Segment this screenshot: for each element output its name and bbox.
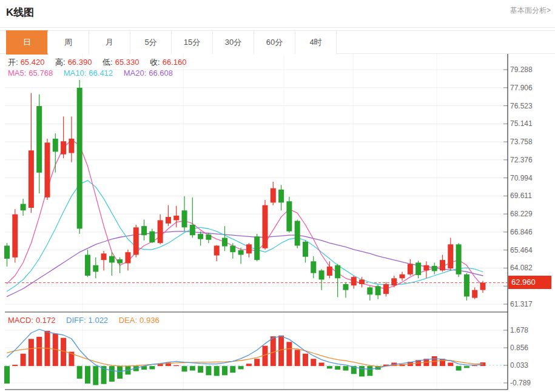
macd-bar	[230, 366, 235, 373]
candle	[303, 242, 308, 257]
dea-label: DEA:	[119, 316, 137, 325]
macd-bar	[238, 366, 244, 369]
macd-legend: MACD:0.172 DIFF:1.022 DEA:0.936	[8, 316, 162, 325]
interval-tab-5[interactable]: 30分	[212, 31, 254, 54]
ma-legend: MA5:65.768 MA10:66.412 MA20:66.608	[8, 68, 175, 78]
macd-bar	[117, 366, 123, 379]
ma5-value: 65.768	[29, 68, 53, 78]
macd-bar	[295, 350, 300, 366]
candle	[295, 221, 300, 246]
interval-tab-0[interactable]: 日	[6, 30, 48, 55]
candle	[375, 286, 381, 295]
macd-bar	[12, 365, 18, 366]
ma10-value: 66.412	[89, 68, 113, 78]
macd-bar	[335, 366, 340, 370]
macd-value: 0.172	[36, 316, 56, 325]
candle	[158, 220, 163, 243]
dea-value: 0.936	[140, 316, 160, 325]
candle	[230, 245, 235, 252]
candle	[464, 274, 469, 297]
candle	[327, 267, 332, 276]
dea-line	[7, 348, 483, 367]
macd-bar	[21, 354, 26, 366]
candle	[335, 265, 340, 279]
candle	[93, 265, 98, 272]
candle	[448, 244, 453, 268]
ohlc-legend: 开:65.420 高:66.390 低:65.330 收:66.160	[8, 57, 189, 68]
candle	[29, 150, 34, 208]
low-label: 低:	[103, 58, 113, 67]
macd-bar	[327, 366, 332, 368]
candle	[359, 279, 365, 284]
candle	[77, 88, 82, 229]
macd-bar	[472, 365, 477, 366]
macd-bar	[367, 366, 372, 376]
interval-tab-2[interactable]: 月	[89, 31, 130, 54]
diff-value: 1.022	[89, 316, 109, 325]
price-tick-label: 79.288	[510, 65, 533, 74]
price-tick-label: 65.464	[510, 246, 533, 254]
widget-header: K线图 基本面分析>	[0, 0, 555, 28]
price-tick-label: 72.376	[510, 156, 533, 164]
candle	[423, 265, 429, 271]
page-title: K线图	[6, 5, 34, 19]
macd-tick-label: -0.789	[510, 379, 531, 387]
price-tick-label: 70.994	[510, 174, 533, 182]
fundamental-analysis-link[interactable]: 基本面分析>	[510, 5, 551, 16]
candle	[440, 260, 445, 270]
candle	[182, 210, 187, 227]
candle	[44, 142, 50, 197]
ma20-value: 66.608	[149, 68, 173, 78]
macd-label: MACD:	[8, 316, 33, 325]
macd-bar	[303, 354, 308, 366]
interval-tabbar: 日周月5分15分30分60分4时	[0, 30, 555, 54]
candle	[391, 278, 397, 285]
macd-bar	[246, 364, 252, 366]
macd-bar	[173, 365, 179, 366]
diff-label: DIFF:	[66, 316, 86, 325]
macd-bar	[149, 366, 155, 369]
macd-bar	[311, 359, 316, 366]
close-value: 66.160	[163, 58, 187, 67]
high-value: 66.390	[68, 58, 92, 67]
price-tick-label: 64.082	[510, 264, 533, 272]
price-tick-label: 77.906	[510, 84, 533, 92]
price-tick-label: 76.523	[510, 102, 533, 110]
macd-bar	[4, 366, 10, 384]
macd-bar	[254, 359, 260, 366]
macd-bar	[214, 366, 220, 376]
price-tick-label: 73.758	[510, 138, 533, 146]
candle	[36, 106, 42, 173]
candle	[4, 245, 10, 259]
candle	[480, 283, 486, 290]
candle	[85, 255, 90, 276]
candle	[319, 270, 325, 279]
candle	[222, 238, 227, 247]
interval-tab-1[interactable]: 周	[47, 31, 89, 54]
macd-bar	[190, 366, 195, 370]
candle	[246, 244, 252, 253]
candle	[415, 262, 421, 274]
macd-bar	[85, 366, 90, 384]
macd-bar	[222, 366, 227, 375]
candle	[400, 274, 405, 278]
low-value: 65.330	[115, 58, 140, 67]
close-label: 收:	[150, 58, 160, 67]
macd-bar	[29, 339, 34, 366]
candle	[278, 190, 284, 203]
macd-bar	[77, 366, 82, 379]
price-tick-label: 69.611	[510, 191, 532, 200]
open-value: 65.420	[21, 58, 45, 67]
interval-tab-7[interactable]: 4时	[295, 31, 337, 54]
candle	[254, 236, 260, 260]
macd-bar	[36, 337, 42, 366]
candle	[125, 252, 130, 263]
interval-tab-4[interactable]: 15分	[171, 31, 213, 54]
interval-tab-3[interactable]: 5分	[130, 31, 172, 54]
macd-bar	[271, 336, 276, 366]
current-price-badge: 62.960	[508, 276, 551, 289]
price-tick-label: 66.846	[510, 228, 533, 236]
interval-tab-6[interactable]: 60分	[254, 31, 295, 54]
candle	[109, 256, 115, 263]
candle	[173, 216, 179, 221]
